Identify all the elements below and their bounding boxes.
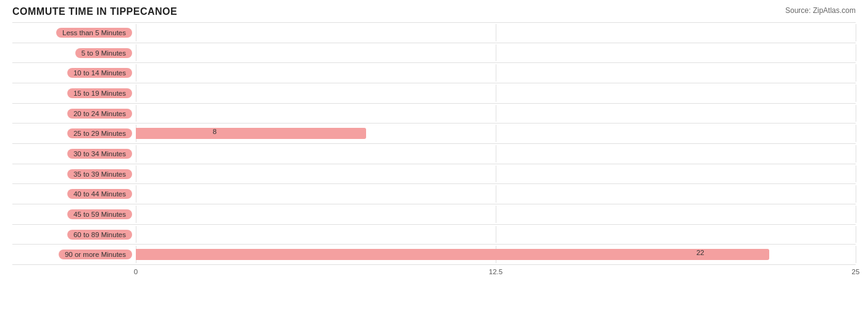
bar-row: 5 to 9 Minutes	[12, 43, 856, 64]
bar-row: 15 to 19 Minutes	[12, 83, 856, 104]
bar-row: 60 to 89 Minutes	[12, 225, 856, 245]
bar-label-pill: 45 to 59 Minutes	[67, 209, 132, 219]
bar-label-pill: 25 to 29 Minutes	[67, 128, 132, 138]
bar-label-pill: 40 to 44 Minutes	[67, 189, 132, 199]
chart-header: COMMUTE TIME IN TIPPECANOE Source: ZipAt…	[12, 6, 856, 17]
bar-row: 20 to 24 Minutes	[12, 104, 856, 124]
x-axis-tick: 25	[852, 268, 860, 275]
bar-row: Less than 5 Minutes	[12, 22, 856, 43]
x-axis: 012.525	[136, 265, 856, 283]
bar-label-pill: 15 to 19 Minutes	[67, 88, 132, 98]
x-axis-tick: 0	[134, 268, 138, 275]
bar-label-pill: 30 to 34 Minutes	[67, 149, 132, 159]
bar-value-label: 22	[696, 249, 704, 256]
bar-row: 25 to 29 Minutes8	[12, 124, 856, 144]
bar-row: 45 to 59 Minutes	[12, 204, 856, 225]
bar-row: 10 to 14 Minutes	[12, 63, 856, 83]
bar-label-pill: 90 or more Minutes	[59, 250, 132, 259]
bar-row: 90 or more Minutes22	[12, 245, 856, 265]
chart-body: Less than 5 Minutes5 to 9 Minutes10 to 1…	[12, 22, 856, 283]
bar-row: 35 to 39 Minutes	[12, 164, 856, 185]
chart-source: Source: ZipAtlas.com	[785, 6, 856, 15]
bar-label-pill: 60 to 89 Minutes	[67, 230, 132, 240]
bar-row: 30 to 34 Minutes	[12, 144, 856, 164]
bar-label-pill: Less than 5 Minutes	[56, 28, 132, 38]
bar-fill: 22	[136, 249, 769, 260]
bar-area: Less than 5 Minutes5 to 9 Minutes10 to 1…	[12, 22, 856, 265]
bar-label-pill: 10 to 14 Minutes	[67, 68, 132, 78]
bar-value-label: 8	[212, 128, 216, 135]
x-axis-tick: 12.5	[489, 268, 503, 275]
bar-fill: 8	[136, 128, 366, 139]
bar-label-pill: 35 to 39 Minutes	[67, 169, 132, 179]
bar-label-pill: 20 to 24 Minutes	[67, 109, 132, 119]
chart-title: COMMUTE TIME IN TIPPECANOE	[12, 6, 177, 17]
bar-label-pill: 5 to 9 Minutes	[75, 48, 132, 58]
bar-row: 40 to 44 Minutes	[12, 184, 856, 204]
chart-container: COMMUTE TIME IN TIPPECANOE Source: ZipAt…	[0, 0, 868, 323]
